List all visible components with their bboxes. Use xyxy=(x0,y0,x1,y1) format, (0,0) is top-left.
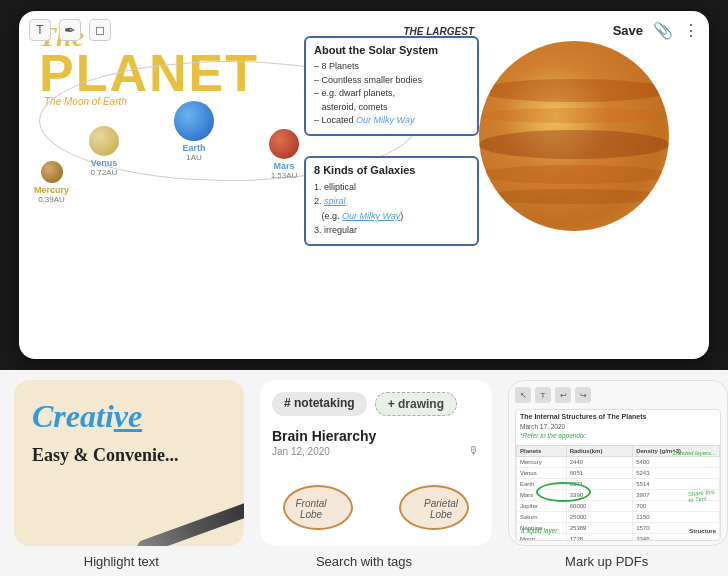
table-row: Mercury24405400 xyxy=(517,457,720,468)
pdf-table-radius-header: Radius(km) xyxy=(566,446,632,457)
earth-planet: Earth 1AU xyxy=(174,101,214,162)
pdf-content: The Internal Structures of The Planets M… xyxy=(515,409,721,541)
info-box-solar-system: About the Solar System – 8 Planets – Cou… xyxy=(304,36,479,136)
pdf-share-annotation: Share this to Tim! xyxy=(688,489,716,503)
bottom-labels: Highlight text Search with tags Mark up … xyxy=(0,546,728,576)
shape-tool-icon[interactable]: ◻ xyxy=(89,19,111,41)
toolbar-left: T ✒ ◻ xyxy=(29,19,111,41)
highlight-text-card: Creative Easy & Convenie... xyxy=(14,380,244,546)
tags-row: # notetaking + drawing xyxy=(272,392,457,416)
pdf-refer: *Refer to the appendix: xyxy=(516,430,720,441)
pdf-text-icon[interactable]: T xyxy=(535,387,551,403)
pdf-liquid-annotation: a liquid layer xyxy=(521,527,558,534)
markup-pdfs-card: ↖ T ↩ ↪ The Internal Structures of The P… xyxy=(508,380,728,546)
table-row: Saturn250001150 xyxy=(517,512,720,523)
jupiter-circle xyxy=(479,41,669,231)
mars-planet: Mars 1.53AU xyxy=(269,129,299,180)
text-tool-icon[interactable]: T xyxy=(29,19,51,41)
bottom-section: Creative Easy & Convenie... # notetaking… xyxy=(0,370,728,576)
more-icon[interactable]: ⋮ xyxy=(683,21,699,40)
pdf-table-planet-header: Planets xyxy=(517,446,567,457)
jupiter-planet xyxy=(479,41,679,236)
search-tags-card: # notetaking + drawing Brain Hierarchy J… xyxy=(260,380,492,546)
drawing-tag[interactable]: + drawing xyxy=(375,392,457,416)
table-row: Venus60515243 xyxy=(517,468,720,479)
parietal-lobe-label: ParietalLobe xyxy=(406,498,476,520)
notetaking-tag[interactable]: # notetaking xyxy=(272,392,367,416)
note-title: Brain Hierarchy xyxy=(272,428,480,444)
note-content: Brain Hierarchy Jan 12, 2020 🎙 xyxy=(272,428,480,458)
pdf-doc-title: The Internal Structures of The Planets xyxy=(516,410,720,423)
pdf-toolbar: ↖ T ↩ ↪ xyxy=(515,387,591,403)
pdf-undo-icon[interactable]: ↩ xyxy=(555,387,571,403)
note-date: Jan 12, 2020 🎙 xyxy=(272,444,480,458)
tablet-toolbar: T ✒ ◻ Save 📎 ⋮ xyxy=(29,19,699,41)
tablet-screen: T ✒ ◻ Save 📎 ⋮ The PLANET The Moon of Ea… xyxy=(19,11,709,359)
creative-sub: Easy & Convenie... xyxy=(32,445,179,466)
venus-planet: Venus 0.72AU xyxy=(89,126,119,177)
brain-diagram: FrontalLobe ParietalLobe xyxy=(268,460,484,540)
info-box-galaxies: 8 Kinds of Galaxies 1. elliptical 2. spi… xyxy=(304,156,479,246)
markup-pdfs-label: Mark up PDFs xyxy=(492,554,722,569)
table-row: Moon17383346 xyxy=(517,534,720,542)
pdf-doc-date: March 17, 2020 xyxy=(516,423,720,430)
attach-icon[interactable]: 📎 xyxy=(653,21,673,40)
save-button[interactable]: Save xyxy=(613,23,643,38)
info-box-1-title: About the Solar System xyxy=(314,44,469,56)
pdf-divided: Divided layers... xyxy=(673,450,716,456)
frontal-lobe-label: FrontalLobe xyxy=(276,498,346,520)
stylus-icon xyxy=(135,502,244,546)
toolbar-right: Save 📎 ⋮ xyxy=(613,21,699,40)
pdf-circle-annotation xyxy=(536,482,591,502)
mic-icon[interactable]: 🎙 xyxy=(468,444,480,458)
search-tags-label: Search with tags xyxy=(249,554,479,569)
pen-tool-icon[interactable]: ✒ xyxy=(59,19,81,41)
mercury-planet: Mercury 0.39AU xyxy=(34,161,69,204)
info-box-2-title: 8 Kinds of Galaxies xyxy=(314,164,469,176)
creative-text: Creative xyxy=(32,398,142,435)
tablet-frame: T ✒ ◻ Save 📎 ⋮ The PLANET The Moon of Ea… xyxy=(19,11,709,359)
pdf-structure-label: Structure xyxy=(689,528,716,534)
pdf-cursor-icon[interactable]: ↖ xyxy=(515,387,531,403)
pdf-redo-icon[interactable]: ↪ xyxy=(575,387,591,403)
tablet-section: T ✒ ◻ Save 📎 ⋮ The PLANET The Moon of Ea… xyxy=(0,0,728,370)
highlight-text-label: Highlight text xyxy=(6,554,236,569)
